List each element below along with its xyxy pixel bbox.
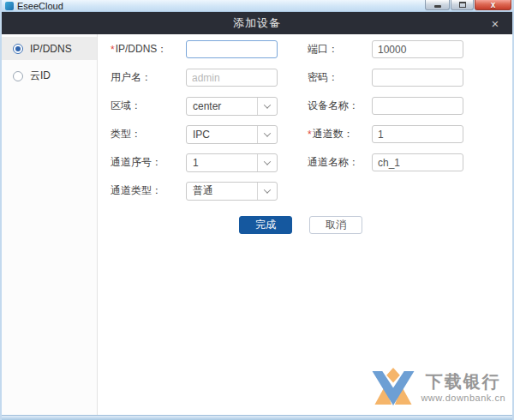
dialog-header: 添加设备 × [2,12,512,34]
form-row: 区域： center 设备名称： [111,97,512,115]
window-title: EseeCloud [17,0,63,12]
watermark-url: www.downbank.cn [421,393,505,403]
window-close-button[interactable]: x [475,0,511,10]
finish-button[interactable]: 完成 [239,216,292,234]
cancel-button[interactable]: 取消 [309,216,362,234]
field-label: 通道类型： [111,183,186,198]
form-row: 通道类型： 普通 [111,182,512,200]
os-titlebar: EseeCloud x [2,0,512,12]
username-input[interactable] [186,69,278,87]
channel-name-input[interactable] [372,153,463,171]
field-label: *IP/DDNS： [111,42,186,57]
watermark: 下载银行 www.downbank.cn [371,368,505,406]
port-input[interactable] [372,40,463,58]
form-buttons: 完成 取消 [239,216,512,234]
dialog-close-button[interactable]: × [487,12,504,34]
minimize-button[interactable] [425,0,450,10]
field-label: *通道数： [308,127,372,141]
app-icon [5,2,14,10]
chevron-down-icon[interactable] [257,183,277,200]
password-input[interactable] [372,69,463,87]
type-select[interactable]: IPC [186,125,278,144]
radio-unselected-icon[interactable] [13,71,23,81]
field-label: 区域： [111,99,186,113]
window-controls: x [424,0,511,10]
sidebar: IP/DDNS 云ID [2,34,98,415]
form-row: 用户名： 密码： [111,69,512,87]
dialog-title: 添加设备 [233,15,281,31]
form-row: 类型： IPC *通道数： [111,125,512,143]
watermark-text: 下载银行 www.downbank.cn [421,372,505,403]
watermark-name: 下载银行 [426,372,501,391]
field-label: 类型： [111,127,186,141]
sidebar-item-ipddns[interactable]: IP/DDNS [2,37,97,60]
form-row: 通道序号： 1 通道名称： [111,153,512,171]
close-icon: x [491,1,496,9]
chevron-down-icon[interactable] [257,126,277,143]
field-label: 通道序号： [111,155,186,170]
maximize-button[interactable] [451,0,474,10]
field-label: 设备名称： [308,99,372,113]
field-label: 密码： [308,70,372,85]
sidebar-item-label: 云ID [30,69,51,83]
window-bottom-border [2,415,512,420]
app-window: EseeCloud x 添加设备 × IP/DDNS 云ID [0,0,514,420]
channel-count-input[interactable] [372,125,463,143]
ip-ddns-input[interactable] [186,40,278,58]
field-label: 用户名： [111,70,186,85]
sidebar-item-label: IP/DDNS [30,43,72,55]
channel-type-select[interactable]: 普通 [186,182,278,201]
downbank-logo-icon [371,368,415,406]
required-marker: * [111,44,115,56]
maximize-icon [459,2,466,8]
sidebar-item-cloudid[interactable]: 云ID [2,64,97,87]
minimize-icon [434,5,441,8]
channel-index-select[interactable]: 1 [186,153,278,172]
device-name-input[interactable] [372,97,463,115]
add-device-form: *IP/DDNS： 端口： 用户名： 密码： 区域： center 设备名称： [98,34,512,415]
field-label: 端口： [308,42,372,57]
chevron-down-icon[interactable] [257,154,277,171]
field-label: 通道名称： [308,155,372,170]
radio-selected-icon[interactable] [13,44,23,54]
required-marker: * [308,129,312,141]
dialog-body: IP/DDNS 云ID *IP/DDNS： 端口： 用户名： 密码： [2,34,512,415]
form-row: *IP/DDNS： 端口： [111,40,512,58]
chevron-down-icon[interactable] [257,98,277,115]
region-select[interactable]: center [186,97,278,116]
